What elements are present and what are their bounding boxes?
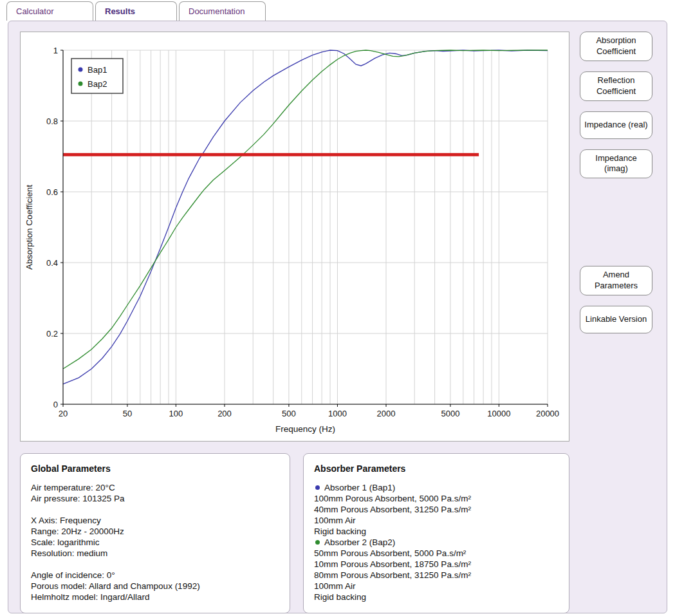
button-reflection-coefficient[interactable]: Reflection Coefficient (580, 71, 652, 101)
button-column-spacer (580, 189, 652, 266)
tab-calculator[interactable]: Calculator (6, 1, 93, 21)
param-line-angle: Angle of incidence: 0° (31, 570, 279, 581)
absorber-2-layer: 50mm Porous Absorbent, 5000 Pa.s/m² (314, 548, 559, 559)
porous-absorber-app: Calculator Results Documentation 2050100… (0, 0, 675, 616)
svg-text:2000: 2000 (377, 409, 396, 418)
param-line-helmholtz-model: Helmholtz model: Ingard/Allard (31, 592, 279, 602)
param-line-resolution: Resolution: medium (31, 548, 279, 559)
svg-text:10000: 10000 (487, 409, 510, 418)
absorber-2-layer: 10mm Porous Absorbent, 18750 Pa.s/m² (314, 559, 559, 570)
svg-text:0.2: 0.2 (46, 329, 58, 339)
svg-text:Frequency (Hz): Frequency (Hz) (275, 424, 335, 434)
button-absorption-coefficient[interactable]: Absorption Coefficient (580, 32, 652, 61)
absorber-2-layer: Rigid backing (314, 592, 559, 602)
svg-text:5000: 5000 (441, 409, 459, 418)
absorber-2-bullet-icon (315, 540, 320, 545)
button-impedance-real[interactable]: Impedance (real) (580, 111, 652, 139)
svg-text:0.4: 0.4 (46, 258, 58, 268)
svg-text:20: 20 (59, 409, 68, 418)
side-button-column: Absorption Coefficient Reflection Coeffi… (580, 32, 652, 344)
absorber-1-layer: Rigid backing (314, 526, 559, 537)
svg-text:200: 200 (217, 409, 232, 418)
absorber-1-header: Absorber 1 (Bap1) (314, 482, 559, 493)
absorber-2-header: Absorber 2 (Bap2) (314, 537, 559, 548)
button-amend-parameters[interactable]: Amend Parameters (580, 266, 652, 295)
svg-text:100: 100 (169, 409, 183, 418)
tab-results[interactable]: Results (95, 1, 177, 21)
absorber-1-layer: 100mm Porous Absorbent, 5000 Pa.s/m² (314, 493, 559, 504)
button-linkable-version[interactable]: Linkable Version (580, 306, 652, 333)
chart-svg: 2050100200500100020005000100002000000.20… (21, 32, 569, 441)
absorber-1-layer: 100mm Air (314, 515, 559, 526)
absorption-chart: 2050100200500100020005000100002000000.20… (20, 32, 569, 442)
param-line-range: Range: 20Hz - 20000Hz (31, 526, 279, 537)
param-line-air-temperature: Air temperature: 20°C (31, 482, 279, 493)
param-line-blank (31, 559, 279, 570)
absorber-1-layer: 40mm Porous Absorbent, 31250 Pa.s/m² (314, 504, 559, 515)
absorber-parameters-panel: Absorber Parameters Absorber 1 (Bap1) 10… (303, 453, 569, 613)
svg-text:Bap2: Bap2 (88, 79, 107, 89)
absorber-2-name: Absorber 2 (Bap2) (324, 537, 395, 548)
global-parameters-title: Global Parameters (31, 463, 279, 474)
svg-text:1: 1 (53, 46, 58, 55)
absorber-2-layer: 100mm Air (314, 581, 559, 592)
svg-text:20000: 20000 (536, 409, 559, 418)
svg-text:0.8: 0.8 (46, 117, 58, 126)
absorber-parameters-title: Absorber Parameters (314, 463, 559, 474)
svg-text:1000: 1000 (328, 409, 347, 418)
global-parameters-panel: Global Parameters Air temperature: 20°C … (20, 453, 290, 613)
svg-text:Bap1: Bap1 (88, 65, 107, 75)
absorber-2-layer: 80mm Porous Absorbent, 31250 Pa.s/m² (314, 570, 559, 581)
svg-text:Absorption Coefficient: Absorption Coefficient (24, 185, 34, 270)
absorber-1-name: Absorber 1 (Bap1) (324, 482, 395, 493)
svg-text:500: 500 (282, 409, 296, 418)
svg-text:0: 0 (53, 400, 58, 409)
param-line-blank (31, 504, 279, 515)
param-line-x-axis: X Axis: Frequency (31, 515, 279, 526)
tab-bar: Calculator Results Documentation (0, 0, 675, 21)
param-line-porous-model: Porous model: Allard and Champoux (1992) (31, 581, 279, 592)
absorber-1-bullet-icon (315, 485, 320, 490)
svg-text:50: 50 (123, 409, 132, 418)
tab-documentation[interactable]: Documentation (179, 1, 266, 21)
param-line-scale: Scale: logarithmic (31, 537, 279, 548)
button-impedance-imag[interactable]: Impedance (imag) (580, 149, 652, 179)
results-panel: 2050100200500100020005000100002000000.20… (8, 21, 667, 613)
svg-text:0.6: 0.6 (46, 187, 58, 197)
param-line-air-pressure: Air pressure: 101325 Pa (31, 493, 279, 504)
